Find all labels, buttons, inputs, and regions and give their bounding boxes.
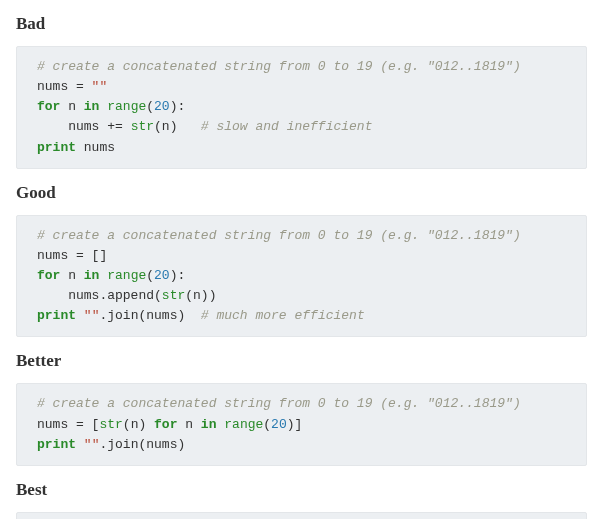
code-comment: # create a concatenated string from 0 to… [37, 59, 521, 74]
code-text: (n)) [185, 288, 216, 303]
code-text: n [60, 268, 83, 283]
code-string: "" [84, 308, 100, 323]
code-keyword: for [37, 99, 60, 114]
heading-better: Better [16, 351, 587, 371]
code-text: ( [263, 417, 271, 432]
code-builtin: range [224, 417, 263, 432]
code-builtin: range [107, 99, 146, 114]
code-text: )] [287, 417, 303, 432]
code-block-good: # create a concatenated string from 0 to… [16, 215, 587, 338]
code-comment: # create a concatenated string from 0 to… [37, 396, 521, 411]
code-text: ( [146, 268, 154, 283]
code-number: 20 [154, 99, 170, 114]
code-text: nums = [ [37, 417, 99, 432]
code-keyword: print [37, 140, 76, 155]
code-text: n [60, 99, 83, 114]
code-number: 20 [271, 417, 287, 432]
code-text: .join(nums) [99, 308, 200, 323]
code-keyword: in [201, 417, 217, 432]
code-keyword: for [37, 268, 60, 283]
code-text: ): [170, 99, 186, 114]
code-string: "" [84, 437, 100, 452]
code-text: .join(nums) [99, 437, 185, 452]
code-keyword: print [37, 437, 76, 452]
code-text: ): [170, 268, 186, 283]
code-text: (n) [154, 119, 201, 134]
code-text: n [177, 417, 200, 432]
code-builtin: str [131, 119, 154, 134]
code-block-best: # create a concatenated string from 0 to… [16, 512, 587, 519]
code-comment: # slow and inefficient [201, 119, 373, 134]
code-keyword: print [37, 308, 76, 323]
heading-good: Good [16, 183, 587, 203]
code-keyword: for [154, 417, 177, 432]
code-text [76, 437, 84, 452]
code-string: "" [92, 79, 108, 94]
code-block-better: # create a concatenated string from 0 to… [16, 383, 587, 465]
code-text: nums [76, 140, 115, 155]
code-keyword: in [84, 268, 100, 283]
code-builtin: range [107, 268, 146, 283]
code-text: nums.append( [37, 288, 162, 303]
code-text: (n) [123, 417, 154, 432]
heading-bad: Bad [16, 14, 587, 34]
code-text: nums += [37, 119, 131, 134]
code-text: nums = [] [37, 248, 107, 263]
code-builtin: str [162, 288, 185, 303]
code-text [76, 308, 84, 323]
code-text: ( [146, 99, 154, 114]
code-builtin: str [99, 417, 122, 432]
code-number: 20 [154, 268, 170, 283]
heading-best: Best [16, 480, 587, 500]
code-comment: # much more efficient [201, 308, 365, 323]
code-comment: # create a concatenated string from 0 to… [37, 228, 521, 243]
code-keyword: in [84, 99, 100, 114]
code-block-bad: # create a concatenated string from 0 to… [16, 46, 587, 169]
code-text: nums = [37, 79, 92, 94]
